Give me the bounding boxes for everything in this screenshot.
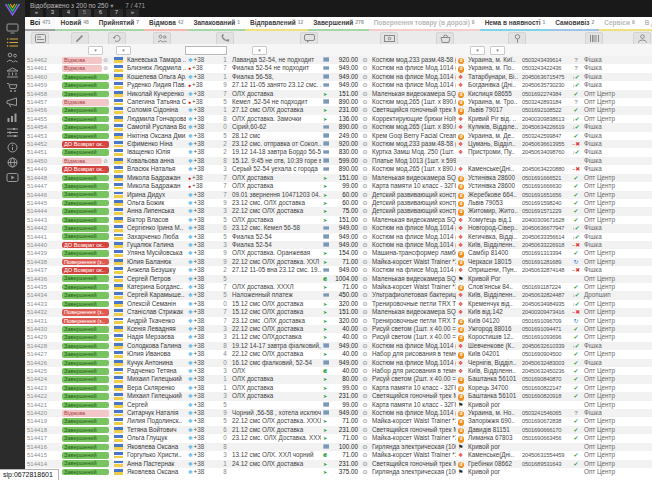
table-row[interactable]: 514423ЗавершенийВера Скляренко✻+381ОЛХ д… [25, 384, 652, 392]
phone-cell[interactable]: ✻+38 [186, 90, 220, 98]
ttn-number[interactable]: 0501692274384 [520, 90, 570, 98]
tab-Новий[interactable]: Новий48 [55, 17, 93, 31]
table-row[interactable]: 514431Повернення (з..Андрій Ткаченко✻+38… [25, 317, 652, 325]
phone-cell[interactable]: ✻+38 [186, 157, 220, 165]
tab-Самовивіз[interactable]: Самовивіз2 [550, 17, 599, 31]
table-row[interactable]: 514426ЗавершенийКучук Антонина✻+38016.12… [25, 359, 652, 367]
app-logo-icon[interactable] [4, 2, 21, 20]
orders-icon[interactable] [5, 36, 20, 48]
phone-cell[interactable]: ✻+38 [186, 333, 220, 341]
tab-Повернення товару (в дорозі)[interactable]: Повернення товару (в дорозі)0 [369, 17, 480, 31]
statistics-icon[interactable] [5, 111, 20, 123]
table-row[interactable]: 514439ЗавершенийУляна Мусійовська✻+389ОЛ… [25, 249, 652, 257]
ttn-number[interactable]: 0503243422436 [520, 64, 570, 72]
ttn-number[interactable]: 20450632824487 [520, 291, 570, 299]
ttn-number[interactable]: 0501691666521 [520, 174, 570, 182]
phone-cell[interactable]: ✻+38 [186, 308, 220, 316]
phone-cell[interactable]: ✻+38 [186, 258, 220, 266]
info-icon[interactable] [5, 141, 20, 153]
ttn-number[interactable]: 20450633226918 [520, 241, 570, 249]
phone-cell[interactable]: ✻+38 [186, 283, 220, 291]
ttn-number[interactable]: 20450632450236 [520, 367, 570, 375]
ttn-number[interactable]: 20450636715475 [520, 73, 570, 81]
table-row[interactable]: 514453ЗавершенийНікітіна Оксана Дми..✻+3… [25, 132, 652, 140]
phone-cell[interactable]: ✻+38 [186, 409, 220, 417]
pager-page-4[interactable]: 4 [62, 9, 75, 17]
pager-page-3[interactable]: 3 [46, 9, 59, 17]
clients-icon[interactable] [5, 51, 20, 63]
ttn-number[interactable]: 0501692108522 [520, 106, 570, 114]
ttn-number[interactable]: 20400309838613 [520, 115, 570, 123]
ttn-number[interactable]: 0501690822147 [520, 384, 570, 392]
table-row[interactable]: 514458ЗавершенийНиколай Кучеренко✻+387ОЛ… [25, 90, 652, 98]
table-row[interactable]: 514413ЗавершенийЯковлева Оксана✻+388➤375… [25, 468, 652, 476]
table-row[interactable]: 514459ЗавершенийРуденко Лидия Пав..●+389… [25, 81, 652, 89]
phone-cell[interactable]: ✻+38 [186, 460, 220, 468]
ttn-number[interactable]: 0501691096709 [520, 317, 570, 325]
pager-page-6[interactable]: 6 [94, 9, 107, 17]
phone-cell[interactable]: ✻+38 [186, 140, 220, 148]
phone-cell[interactable]: ✻+38 [186, 199, 220, 207]
table-row[interactable]: 514438Повернення (з..Юлия Баланюк✻+38922… [25, 258, 652, 266]
table-row[interactable]: 514452ДО Возврат ок..Єфименко Ніна✻+3822… [25, 140, 652, 148]
ttn-number[interactable]: 0503241546065 [520, 409, 570, 417]
phone-cell[interactable]: ✻+38 [186, 443, 220, 451]
phone-cell[interactable]: ●+38 [186, 98, 220, 106]
phone-cell[interactable]: ✻+38 [186, 426, 220, 434]
ttn-number[interactable]: 20400309671628 [520, 216, 570, 224]
phone-cell[interactable]: ✻+38 [186, 392, 220, 400]
phone-cell[interactable]: ✻+38 [186, 359, 220, 367]
phone-cell[interactable]: ✻+38 [186, 384, 220, 392]
table-row[interactable]: 514449ДО Возврат ок..Власюк Наталья✻+383… [25, 165, 652, 173]
settings-icon[interactable] [5, 126, 20, 138]
table-row[interactable]: 514428ЗавершенийСолодкова Галина✻+38819.… [25, 342, 652, 350]
pager-first-button[interactable]: « [30, 9, 43, 17]
table-row[interactable]: 514437ДО Возврат ок..Анжела Безушку✻+382… [25, 266, 652, 274]
table-row[interactable]: 514430ЗавершенийКсенія Левадняя✻+38322.1… [25, 325, 652, 333]
table-row[interactable]: 514461Відмова⊘Близнюк Людмила ..●+387Фиа… [25, 64, 652, 72]
ttn-number[interactable]: 20450632483003 [520, 359, 570, 367]
ttn-number[interactable]: 20450631554459 [520, 451, 570, 459]
ttn-number[interactable]: 0501690663456 [520, 434, 570, 442]
ttn-number[interactable]: 0503243439614 [520, 56, 570, 64]
ttn-number[interactable]: 0501691313394 [520, 249, 570, 257]
phone-cell[interactable]: ✻+38 [186, 249, 220, 257]
ttn-number[interactable]: 0501691651656 [520, 191, 570, 199]
phone-cell[interactable]: ✻+38 [186, 224, 220, 232]
ttn-number[interactable]: 20450634984935 [520, 300, 570, 308]
table-row[interactable]: 514445ЗавершенийОльга Божик✻+38923.12 см… [25, 199, 652, 207]
table-row[interactable]: 514434ЗавершенийСергей Карамыше..✻+385На… [25, 291, 652, 299]
video-tutorials-icon[interactable] [5, 171, 20, 183]
table-row[interactable]: 514454ЗавершенийСамотій Руслана Во..✻+38… [25, 123, 652, 131]
table-row[interactable]: 514429ЗавершенийНадія Мерзаєва✻+38321.12… [25, 333, 652, 341]
phone-cell[interactable]: ✻+38 [186, 115, 220, 123]
tab-Відмова[interactable]: Відмова42 [144, 17, 188, 31]
table-row[interactable]: 514427ЗавершенийЮлия Иванова✻+38422.12 с… [25, 350, 652, 358]
pager-page-5[interactable]: 5 [78, 9, 91, 17]
tab-Завершений[interactable]: Завершений278 [308, 17, 368, 31]
phone-cell[interactable]: ✻+38 [186, 165, 220, 173]
phone-cell[interactable]: ✻+38 [186, 132, 220, 140]
table-row[interactable]: 514447ЗавершенийМикола Бадражан●+387ОЛХ … [25, 182, 652, 190]
phone-cell[interactable]: ✻+38 [186, 191, 220, 199]
phone-cell[interactable]: ✻+38 [186, 148, 220, 156]
tab-Сервіси[interactable]: Сервіси0 [599, 17, 639, 31]
table-row[interactable]: 514456ЗавершенийСоломія Сідоніна✻+38127.… [25, 106, 652, 114]
tab-Відправлений[interactable]: Відправлений12 [245, 17, 308, 31]
phone-cell[interactable]: ✻+38 [186, 375, 220, 383]
tab-Нема в наявності[interactable]: Нема в наявності1 [480, 17, 551, 31]
ttn-number[interactable]: 0503242893184 [520, 98, 570, 106]
phone-cell[interactable]: ✻+38 [186, 73, 220, 81]
ttn-number[interactable]: 0501691094471 [520, 325, 570, 333]
phone-cell[interactable]: ✻+38 [186, 342, 220, 350]
ttn-number[interactable]: 0501690904500 [520, 350, 570, 358]
ttn-number[interactable]: 0501690840870 [520, 375, 570, 383]
table-row[interactable]: 514433ЗавершенийОлексій Семанін✻+38015.1… [25, 300, 652, 308]
table-row[interactable]: 514425ЗавершенийРадченко Тетяна✻+383ОЛХ₴… [25, 367, 652, 375]
tab-Запакований[interactable]: Запакований1 [188, 17, 245, 31]
phone-cell[interactable]: ●+38 [186, 182, 220, 190]
table-row[interactable]: 514415ЗавершенийГоргулько Христи..✻+3831… [25, 451, 652, 459]
table-row[interactable]: 514446ЗавершенийИрина Дидух✻+38709.01 зв… [25, 191, 652, 199]
phone-cell[interactable]: ✻+38 [186, 417, 220, 425]
table-row[interactable]: 514419ЗавершенийЛилия Подолинск..✻+38522… [25, 417, 652, 425]
